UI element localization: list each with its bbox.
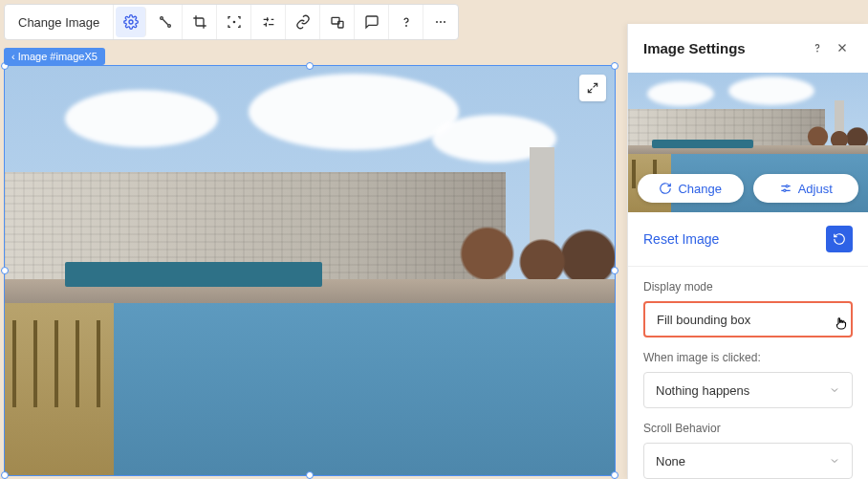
- svg-point-11: [786, 185, 788, 187]
- more-icon[interactable]: [423, 5, 458, 39]
- svg-point-8: [440, 21, 442, 23]
- close-icon[interactable]: [832, 37, 853, 58]
- svg-point-10: [817, 51, 818, 52]
- svg-point-2: [167, 25, 170, 28]
- animation-icon[interactable]: [148, 5, 183, 39]
- panel-help-icon[interactable]: [807, 37, 828, 58]
- adjust-button[interactable]: Adjust: [753, 174, 859, 203]
- image-canvas[interactable]: [4, 65, 616, 476]
- link-icon[interactable]: [286, 5, 320, 39]
- chevron-down-icon: [829, 384, 840, 396]
- resize-handle[interactable]: [611, 267, 618, 274]
- resize-handle[interactable]: [1, 267, 9, 274]
- svg-point-12: [783, 189, 785, 191]
- responsive-icon[interactable]: [320, 5, 355, 39]
- comment-icon[interactable]: [355, 5, 389, 39]
- svg-point-1: [160, 17, 163, 20]
- svg-point-9: [444, 21, 445, 23]
- resize-handle[interactable]: [306, 471, 314, 479]
- reset-image-link[interactable]: Reset Image: [643, 231, 826, 247]
- settings-gear-icon[interactable]: [116, 7, 146, 37]
- panel-image-preview: Change Adjust: [628, 73, 868, 212]
- panel-title: Image Settings: [643, 40, 803, 56]
- resize-handle[interactable]: [611, 471, 618, 479]
- svg-point-0: [129, 20, 133, 24]
- click-action-label: When image is clicked:: [628, 337, 868, 372]
- image-toolbar: Change Image: [4, 4, 459, 40]
- display-mode-select[interactable]: Fill bounding box: [643, 301, 853, 337]
- change-button-label: Change: [678, 182, 722, 196]
- scroll-behavior-select[interactable]: None: [643, 443, 853, 479]
- display-mode-label: Display mode: [628, 267, 868, 301]
- resize-handle[interactable]: [306, 62, 314, 70]
- change-button[interactable]: Change: [638, 174, 744, 203]
- crop-icon[interactable]: [183, 5, 217, 39]
- change-image-button[interactable]: Change Image: [5, 5, 114, 39]
- svg-point-6: [405, 26, 406, 27]
- svg-point-7: [436, 21, 438, 23]
- expand-button[interactable]: [579, 75, 606, 101]
- scroll-behavior-value: None: [656, 454, 685, 468]
- help-icon[interactable]: [389, 5, 423, 39]
- adjust-button-label: Adjust: [798, 182, 833, 196]
- selection-frame: [4, 65, 616, 476]
- resize-handle[interactable]: [611, 62, 618, 70]
- click-action-value: Nothing happens: [656, 383, 749, 398]
- panel-header: Image Settings: [628, 24, 868, 73]
- breadcrumb-label: ‹ Image #imageX5: [11, 51, 98, 62]
- focal-point-icon[interactable]: [217, 5, 251, 39]
- scroll-behavior-label: Scroll Behavior: [628, 408, 868, 443]
- click-action-select[interactable]: Nothing happens: [643, 372, 853, 408]
- breadcrumb[interactable]: ‹ Image #imageX5: [4, 48, 105, 65]
- image-settings-panel: Image Settings Change: [627, 24, 868, 479]
- chevron-down-icon: [829, 455, 840, 467]
- display-mode-value: Fill bounding box: [657, 313, 750, 327]
- undo-button[interactable]: [826, 226, 853, 252]
- resize-handle[interactable]: [1, 471, 9, 479]
- filters-icon[interactable]: [251, 5, 286, 39]
- svg-point-3: [233, 21, 234, 22]
